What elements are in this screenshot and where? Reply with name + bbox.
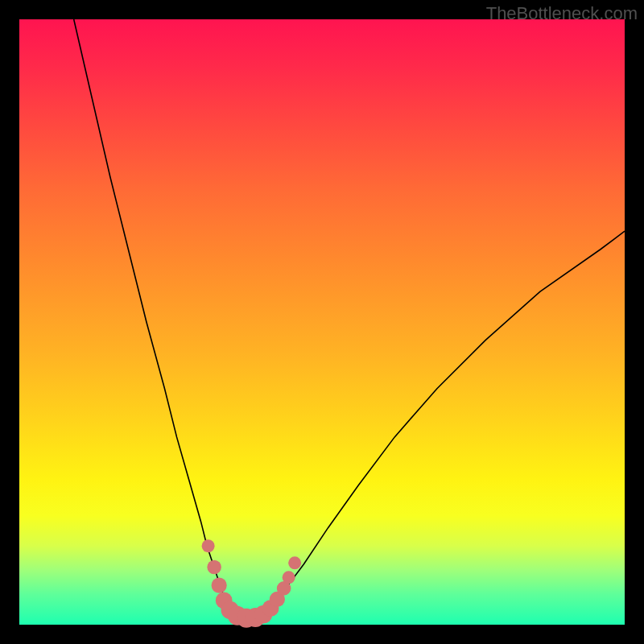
marker-group [202, 539, 302, 627]
marker-dot [283, 571, 295, 584]
watermark-text: TheBottleneck.com [486, 3, 638, 24]
plot-vector-layer [0, 0, 644, 644]
marker-dot [207, 560, 221, 575]
marker-dot [288, 556, 301, 569]
bottleneck-curve [74, 19, 625, 618]
frame-border: TheBottleneck.com [0, 0, 644, 644]
marker-dot [212, 578, 227, 593]
marker-dot [202, 539, 215, 552]
